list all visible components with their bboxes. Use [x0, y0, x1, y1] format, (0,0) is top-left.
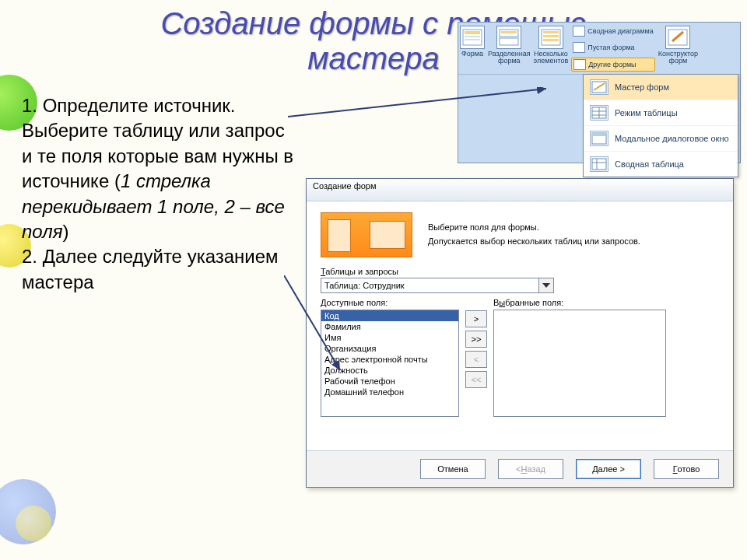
cancel-button[interactable]: Отмена [420, 459, 486, 479]
menu-item-datasheet-label: Режим таблицы [615, 108, 678, 117]
menu-item-modal-dialog[interactable]: Модальное диалоговое окно [584, 126, 738, 152]
selected-fields-list[interactable] [493, 310, 666, 417]
other-forms-menu: Мастер форм Режим таблицы Модальное диал… [583, 74, 738, 177]
selected-fields-label: Выбранные поля: [493, 298, 666, 307]
ribbon-btn-multi-items[interactable]: Несколько элементов [532, 23, 570, 74]
pivot-icon [590, 156, 608, 172]
next-button[interactable]: Далее > [576, 459, 641, 479]
list-item[interactable]: Рабочий телефон [321, 376, 458, 387]
tables-combo[interactable] [321, 278, 554, 293]
list-item[interactable]: Организация [321, 343, 458, 354]
svg-rect-18 [592, 133, 606, 136]
empty-form-icon [573, 42, 585, 53]
chevron-down-icon [542, 283, 550, 288]
instruction-steps: 1. Определите источник. Выберите таблицу… [22, 93, 296, 295]
step-2-number: 2. [22, 246, 37, 267]
ribbon-side-empty-form[interactable]: Пустая форма [571, 41, 655, 54]
tables-combo-dropdown[interactable] [538, 278, 554, 293]
wizard-intro-line1: Выберите поля для формы. [428, 221, 640, 235]
designer-icon [665, 26, 690, 49]
svg-rect-1 [465, 31, 480, 34]
move-left-all-button: << [465, 371, 487, 388]
menu-item-form-wizard-label: Мастер форм [615, 82, 669, 92]
svg-rect-9 [543, 35, 559, 37]
list-item[interactable]: Адрес электронной почты [321, 354, 458, 365]
svg-rect-19 [592, 159, 606, 170]
ribbon-btn-multi-items-label: Несколько элементов [534, 51, 569, 65]
multi-items-icon [538, 26, 563, 49]
ribbon-btn-split-form[interactable]: Разделенная форма [486, 23, 532, 74]
wizard-illustration [321, 212, 412, 257]
step-2-text: Далее следуйте указанием мастера [22, 246, 279, 292]
ribbon-panel: Форма Разделенная форма Несколько элемен… [458, 22, 741, 163]
menu-item-datasheet[interactable]: Режим таблицы [584, 100, 738, 126]
menu-item-pivot-table[interactable]: Сводная таблица [584, 152, 738, 177]
list-item[interactable]: Имя [321, 332, 458, 343]
move-left-one-button: < [465, 351, 487, 368]
move-right-all-button[interactable]: >> [465, 331, 487, 348]
move-right-one-button[interactable]: > [465, 310, 487, 327]
pivot-chart-icon [573, 26, 585, 37]
wizard-titlebar: Создание форм [307, 179, 733, 201]
svg-rect-5 [500, 38, 518, 45]
wizard-intro: Выберите поля для формы. Допускается выб… [428, 221, 640, 248]
available-fields-label: Доступные поля: [321, 298, 459, 307]
menu-item-modal-dialog-label: Модальное диалоговое окно [615, 134, 729, 143]
ribbon-side-pivot-chart-label: Сводная диаграмма [587, 27, 654, 35]
modal-icon [590, 131, 608, 146]
ribbon-side-other-forms-label: Другие формы [588, 61, 636, 68]
split-form-icon [496, 26, 521, 49]
available-fields-list[interactable]: Код Фамилия Имя Организация Адрес электр… [321, 310, 459, 417]
ribbon-side-pivot-chart[interactable]: Сводная диаграмма [571, 25, 655, 37]
svg-rect-2 [465, 36, 480, 37]
svg-rect-3 [465, 39, 480, 40]
ribbon-side-empty-form-label: Пустая форма [587, 44, 634, 51]
datasheet-icon [590, 105, 608, 121]
svg-rect-6 [501, 31, 517, 33]
decor-flower-small [16, 506, 51, 541]
ribbon-side-other-forms[interactable]: Другие формы [571, 58, 655, 72]
list-item[interactable]: Домашний телефон [321, 387, 458, 397]
form-icon [460, 26, 485, 49]
wizard-icon [590, 79, 608, 95]
svg-rect-10 [543, 39, 559, 41]
finish-button[interactable]: Готово [654, 459, 719, 479]
svg-rect-8 [543, 31, 559, 33]
step-1-text-b: ) [63, 221, 69, 242]
other-forms-icon [573, 59, 586, 70]
ribbon-btn-split-form-label: Разделенная форма [488, 51, 531, 65]
menu-item-pivot-table-label: Сводная таблица [615, 159, 684, 169]
tables-queries-label: ТТаблицы и запросыаблицы и запросы [321, 267, 719, 276]
ribbon-btn-form-label: Форма [461, 51, 483, 58]
menu-item-form-wizard[interactable]: Мастер форм [584, 75, 738, 100]
ribbon-btn-form[interactable]: Форма [458, 23, 486, 74]
step-1-number: 1. [22, 95, 37, 116]
list-item[interactable]: Должность [321, 365, 458, 376]
back-button: < Назад [498, 459, 563, 479]
list-item[interactable]: Код [321, 310, 458, 321]
ribbon-btn-designer-label: Конструктор форм [658, 51, 698, 65]
ribbon-btn-designer[interactable]: Конструктор форм [657, 23, 700, 74]
tables-combo-input[interactable] [321, 278, 538, 293]
form-wizard-dialog: Создание форм Выберите поля для формы. Д… [306, 178, 734, 488]
list-item[interactable]: Фамилия [321, 321, 458, 332]
wizard-intro-line2: Допускается выбор нескольких таблиц или … [428, 235, 640, 249]
